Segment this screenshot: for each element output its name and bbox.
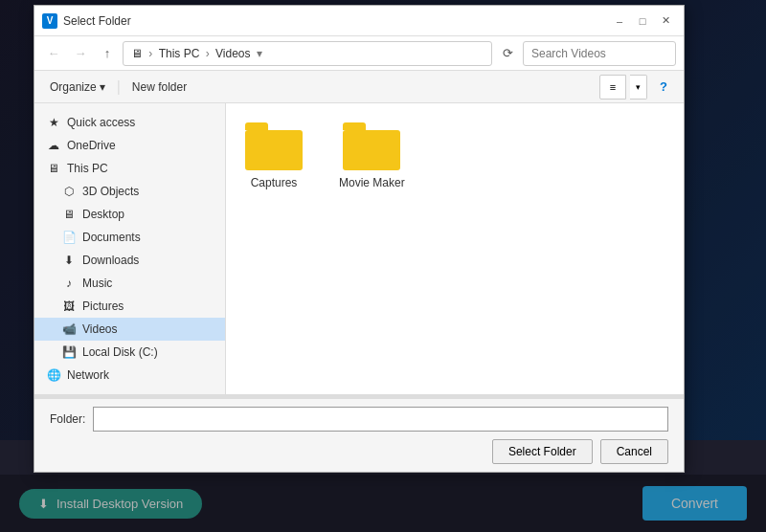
- footer-buttons: Select Folder Cancel: [50, 439, 668, 464]
- videos-label: Videos: [82, 322, 117, 336]
- sidebar-item-this-pc[interactable]: 🖥 This PC: [34, 157, 225, 180]
- folder-label: Folder:: [50, 412, 85, 426]
- organize-label: Organize: [50, 80, 97, 94]
- downloads-label: Downloads: [82, 254, 139, 267]
- desktop-icon: 🖥: [61, 207, 77, 222]
- sidebar-item-desktop[interactable]: 🖥 Desktop: [34, 203, 225, 226]
- videos-icon: 📹: [61, 321, 77, 337]
- sidebar-item-documents[interactable]: 📄 Documents: [34, 226, 225, 249]
- music-label: Music: [82, 277, 112, 290]
- select-folder-label: Select Folder: [508, 445, 576, 458]
- 3d-objects-icon: ⬡: [61, 184, 77, 199]
- help-button[interactable]: ?: [651, 75, 676, 100]
- folder-captures[interactable]: Captures: [241, 119, 306, 193]
- file-dialog: V Select Folder – □ ✕ ← → ↑ 🖥 › This PC …: [34, 5, 685, 473]
- local-disk-icon: 💾: [61, 344, 77, 360]
- folder-captures-icon: [245, 122, 303, 170]
- 3d-objects-label: 3D Objects: [82, 185, 139, 198]
- breadcrumb[interactable]: 🖥 › This PC › Videos ▾: [123, 41, 492, 66]
- downloads-icon: ⬇: [61, 253, 77, 268]
- organize-button[interactable]: Organize ▾: [42, 78, 113, 97]
- sidebar-item-quick-access[interactable]: ★ Quick access: [34, 111, 225, 134]
- nav-sidebar: ★ Quick access ☁ OneDrive 🖥 This PC ⬡ 3D…: [34, 103, 226, 394]
- dialog-overlay: V Select Folder – □ ✕ ← → ↑ 🖥 › This PC …: [0, 0, 766, 532]
- pictures-icon: 🖼: [61, 299, 77, 314]
- folder-input[interactable]: [93, 407, 668, 432]
- toolbar: Organize ▾ | New folder ≡ ▾ ?: [34, 71, 684, 103]
- new-folder-label: New folder: [132, 80, 187, 94]
- network-label: Network: [67, 368, 109, 382]
- dialog-footer: Folder: Select Folder Cancel: [34, 398, 684, 472]
- breadcrumb-videos: Videos: [215, 47, 250, 60]
- desktop-label: Desktop: [82, 208, 124, 221]
- title-bar-left: V Select Folder: [42, 13, 131, 29]
- pictures-label: Pictures: [82, 299, 124, 313]
- dialog-body: ★ Quick access ☁ OneDrive 🖥 This PC ⬡ 3D…: [34, 103, 684, 394]
- toolbar-separator: |: [117, 78, 121, 96]
- app-icon: V: [42, 13, 57, 29]
- address-bar: ← → ↑ 🖥 › This PC › Videos ▾ ⟳: [34, 36, 684, 71]
- close-button[interactable]: ✕: [655, 11, 676, 32]
- music-icon: ♪: [61, 276, 77, 291]
- onedrive-label: OneDrive: [67, 139, 116, 152]
- cloud-icon: ☁: [46, 138, 61, 153]
- title-bar: V Select Folder – □ ✕: [34, 6, 684, 36]
- documents-label: Documents: [82, 231, 141, 244]
- refresh-button[interactable]: ⟳: [496, 42, 519, 65]
- maximize-button[interactable]: □: [632, 11, 653, 32]
- cancel-label: Cancel: [617, 445, 652, 458]
- folder-movie-maker-label: Movie Maker: [339, 176, 405, 189]
- up-button[interactable]: ↑: [96, 42, 119, 65]
- chevron-down-icon: ▾: [636, 82, 641, 92]
- back-button[interactable]: ←: [42, 42, 65, 65]
- window-controls: – □ ✕: [609, 11, 676, 32]
- quick-access-label: Quick access: [67, 116, 135, 129]
- view-icon: ≡: [610, 81, 616, 93]
- sidebar-item-pictures[interactable]: 🖼 Pictures: [34, 295, 225, 318]
- sidebar-item-videos[interactable]: 📹 Videos: [34, 318, 225, 341]
- dialog-title: Select Folder: [63, 14, 131, 28]
- folder-movie-maker-icon: [343, 122, 400, 170]
- network-icon: 🌐: [46, 367, 61, 383]
- folder-input-row: Folder:: [50, 407, 668, 432]
- view-dropdown-button[interactable]: ▾: [630, 75, 647, 100]
- folder-movie-maker[interactable]: Movie Maker: [335, 119, 409, 193]
- forward-button[interactable]: →: [69, 42, 92, 65]
- organize-dropdown-icon: ▾: [100, 80, 105, 94]
- local-disk-label: Local Disk (C:): [82, 345, 158, 359]
- breadcrumb-icon: 🖥: [131, 47, 143, 60]
- computer-icon: 🖥: [46, 161, 61, 176]
- folder-captures-label: Captures: [251, 176, 298, 189]
- sidebar-item-music[interactable]: ♪ Music: [34, 272, 225, 295]
- minimize-button[interactable]: –: [609, 11, 630, 32]
- star-icon: ★: [46, 115, 61, 130]
- sidebar-item-3d-objects[interactable]: ⬡ 3D Objects: [34, 180, 225, 203]
- view-button[interactable]: ≡: [599, 75, 626, 100]
- select-folder-button[interactable]: Select Folder: [492, 439, 593, 464]
- sidebar-item-onedrive[interactable]: ☁ OneDrive: [34, 134, 225, 157]
- file-area: Captures Movie Maker: [226, 103, 684, 394]
- breadcrumb-this-pc: This PC: [159, 47, 200, 60]
- sidebar-item-network[interactable]: 🌐 Network: [34, 364, 225, 387]
- sidebar-item-downloads[interactable]: ⬇ Downloads: [34, 249, 225, 272]
- documents-icon: 📄: [61, 230, 77, 245]
- search-input[interactable]: [523, 41, 676, 66]
- this-pc-label: This PC: [67, 162, 108, 175]
- sidebar-item-local-disk[interactable]: 💾 Local Disk (C:): [34, 341, 225, 364]
- cancel-button[interactable]: Cancel: [600, 439, 668, 464]
- new-folder-button[interactable]: New folder: [124, 78, 194, 97]
